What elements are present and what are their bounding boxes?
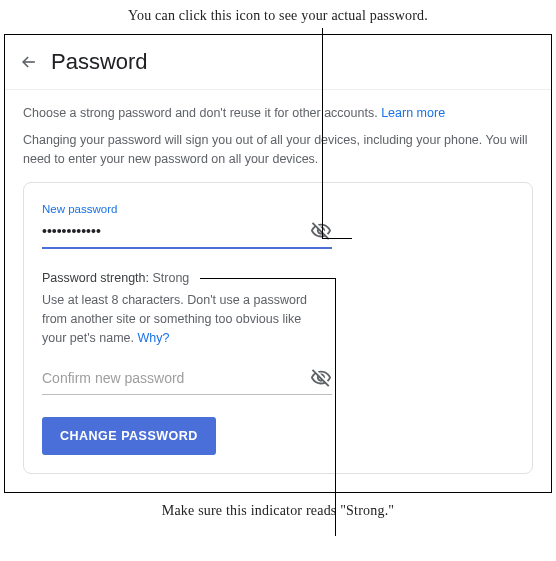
new-password-field: New password [42, 203, 514, 249]
callout-line [322, 238, 352, 239]
confirm-password-input-row [42, 366, 332, 395]
change-password-button[interactable]: CHANGE PASSWORD [42, 417, 216, 455]
new-password-input[interactable] [42, 219, 310, 243]
titlebar: Password [5, 35, 551, 90]
instruction-line-2: Changing your password will sign you out… [23, 131, 533, 169]
new-password-input-row [42, 219, 332, 249]
confirm-password-field [42, 366, 514, 395]
strength-prefix: Password strength: [42, 271, 152, 285]
callout-top-text: You can click this icon to see your actu… [0, 0, 556, 34]
callout-line [200, 278, 336, 279]
visibility-off-icon[interactable] [310, 367, 332, 389]
new-password-label: New password [42, 203, 514, 215]
learn-more-link[interactable]: Learn more [381, 106, 445, 120]
why-link[interactable]: Why? [138, 331, 170, 345]
strength-value: Strong [152, 271, 189, 285]
password-guidance: Use at least 8 characters. Don't use a p… [42, 291, 322, 347]
password-settings-window: Password Choose a strong password and do… [4, 34, 552, 493]
callout-bottom-text: Make sure this indicator reads "Strong." [0, 493, 556, 519]
back-arrow-icon[interactable] [19, 52, 39, 72]
instruction-line-1: Choose a strong password and don't reuse… [23, 104, 533, 123]
instruction-text-1: Choose a strong password and don't reuse… [23, 106, 381, 120]
guidance-text: Use at least 8 characters. Don't use a p… [42, 293, 307, 345]
callout-line [335, 278, 336, 536]
password-card: New password Password strength: Strong U… [23, 182, 533, 473]
confirm-password-input[interactable] [42, 366, 310, 390]
page-title: Password [51, 49, 148, 75]
callout-line [322, 28, 323, 238]
content-area: Choose a strong password and don't reuse… [5, 90, 551, 492]
